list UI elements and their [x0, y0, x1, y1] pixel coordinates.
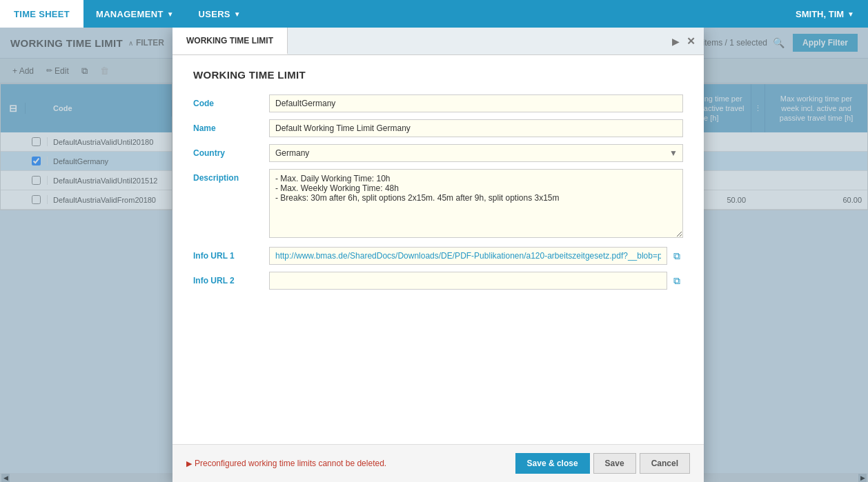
save-btn[interactable]: Save — [593, 453, 636, 474]
form-row-url2: Info URL 2 ⧉ — [193, 272, 683, 290]
topnav-user[interactable]: SMITH, TIM ▼ — [782, 0, 868, 28]
url1-field: ⧉ — [269, 247, 683, 265]
footer-warning-text: Preconfigured working time limits cannot… — [195, 459, 386, 468]
code-input[interactable] — [269, 94, 683, 112]
description-label: Description — [193, 169, 269, 183]
url2-field: ⧉ — [269, 272, 683, 290]
topnav: TIME SHEET MANAGEMENT ▼ USERS ▼ SMITH, T… — [0, 0, 868, 28]
cancel-btn[interactable]: Cancel — [640, 453, 690, 474]
topnav-management-label: MANAGEMENT — [96, 9, 164, 19]
warning-icon: ▶ — [186, 459, 192, 468]
topnav-item-users[interactable]: USERS ▼ — [186, 0, 253, 28]
topnav-item-management[interactable]: MANAGEMENT ▼ — [83, 0, 186, 28]
modal-form-title: WORKING TIME LIMIT — [193, 69, 683, 81]
external-link-icon-1: ⧉ — [673, 250, 680, 261]
description-textarea[interactable]: - Max. Daily Working Time: 10h - Max. We… — [269, 169, 683, 238]
name-field — [269, 119, 683, 137]
modal-play-btn[interactable]: ▶ — [672, 36, 680, 47]
url1-input[interactable] — [269, 247, 667, 265]
topnav-timesheet-label: TIME SHEET — [14, 9, 70, 19]
modal-tab-bar: WORKING TIME LIMIT ▶ ✕ — [172, 28, 704, 55]
modal-actions: ▶ ✕ — [672, 35, 704, 48]
name-input[interactable] — [269, 119, 683, 137]
form-row-code: Code — [193, 94, 683, 112]
code-field — [269, 94, 683, 112]
modal-close-btn[interactable]: ✕ — [687, 35, 696, 48]
user-dropdown-icon: ▼ — [847, 10, 854, 18]
modal-tab-label: WORKING TIME LIMIT — [186, 36, 273, 46]
modal-footer: ▶ Preconfigured working time limits cann… — [172, 444, 704, 482]
url1-label: Info URL 1 — [193, 251, 269, 261]
users-dropdown-icon: ▼ — [234, 10, 241, 18]
form-row-country: Country Germany Austria Switzerland ▼ — [193, 144, 683, 162]
external-link-icon-2: ⧉ — [673, 275, 680, 286]
save-close-btn[interactable]: Save & close — [515, 453, 590, 474]
url2-label: Info URL 2 — [193, 276, 269, 285]
management-dropdown-icon: ▼ — [167, 10, 174, 18]
modal-tab-active[interactable]: WORKING TIME LIMIT — [172, 28, 288, 54]
name-label: Name — [193, 123, 269, 133]
user-label: SMITH, TIM — [796, 9, 844, 19]
form-row-name: Name — [193, 119, 683, 137]
country-field: Germany Austria Switzerland ▼ — [269, 144, 683, 162]
country-label: Country — [193, 148, 269, 158]
code-label: Code — [193, 99, 269, 108]
modal-body: WORKING TIME LIMIT Code Name Country — [172, 55, 704, 444]
url2-input[interactable] — [269, 272, 667, 290]
topnav-item-timesheet[interactable]: TIME SHEET — [0, 0, 83, 28]
modal-dialog: WORKING TIME LIMIT ▶ ✕ WORKING TIME LIMI… — [172, 28, 704, 482]
description-field: - Max. Daily Working Time: 10h - Max. We… — [269, 169, 683, 240]
url1-open-btn[interactable]: ⧉ — [671, 249, 683, 263]
country-select[interactable]: Germany Austria Switzerland — [269, 144, 683, 162]
form-row-url1: Info URL 1 ⧉ — [193, 247, 683, 265]
url2-open-btn[interactable]: ⧉ — [671, 274, 683, 288]
page-bg: WORKING TIME LIMIT ∧ FILTER 4 items / 1 … — [0, 28, 868, 482]
topnav-users-label: USERS — [199, 9, 230, 19]
form-row-description: Description - Max. Daily Working Time: 1… — [193, 169, 683, 240]
